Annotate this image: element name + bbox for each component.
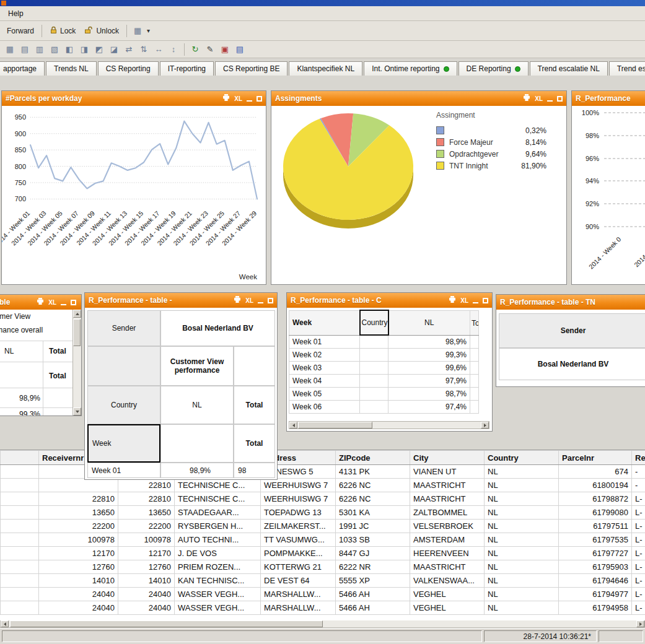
table-cell[interactable]: Week 01 — [289, 335, 360, 348]
table-cell[interactable]: WEERHUISWG 7 — [261, 492, 336, 506]
window-caption[interactable]: Assingments XL — [271, 91, 566, 106]
tab-cs-reporting[interactable]: CS Reporting — [98, 61, 159, 76]
table-cell[interactable]: Week 03 — [289, 361, 360, 374]
table-cell[interactable]: NL — [485, 520, 559, 533]
table-cell[interactable]: Week 02 — [289, 348, 360, 361]
table-cell[interactable]: TT VASUMWG... — [261, 533, 336, 547]
table-cell[interactable]: KOTTERWG 21 — [261, 560, 336, 574]
table-cell[interactable]: L- — [632, 547, 645, 560]
table-cell[interactable]: Week 06 — [289, 400, 360, 413]
table-cell[interactable]: NL — [485, 601, 559, 615]
objects-icon[interactable]: ▣ — [217, 43, 232, 56]
column-header[interactable]: ZIPcode — [336, 451, 410, 465]
tab-trend-escalatie[interactable]: Trend escalatie — [609, 61, 645, 76]
table-cell[interactable] — [360, 335, 388, 348]
table-cell[interactable]: STAADEGAAR... — [175, 506, 261, 520]
pivot-column-total[interactable]: Total — [234, 386, 275, 424]
table-cell[interactable]: 8447 GJ — [336, 547, 410, 560]
window-caption[interactable]: R_Performance - table - XL — [85, 293, 277, 308]
pane-top-icon[interactable]: ◩ — [92, 43, 107, 56]
table-cell[interactable]: MARSHALLW... — [261, 588, 336, 601]
table-cell[interactable]: 12170 — [39, 547, 118, 560]
table-cell[interactable]: PRIEM ROZEN... — [175, 560, 261, 574]
column-header[interactable]: Country — [485, 451, 559, 465]
table-cell[interactable]: 22810 — [118, 492, 175, 506]
table-cell[interactable]: 674 — [559, 465, 632, 479]
table-cell[interactable]: MAASTRICHT — [410, 492, 485, 506]
table-cell[interactable]: 97,9% — [388, 374, 470, 387]
table-cell[interactable]: - — [632, 479, 645, 492]
tab-trend-escalatie-nl[interactable]: Trend escalatie NL — [530, 61, 608, 76]
pivot-cell[interactable]: Total — [49, 347, 66, 355]
table-cell[interactable] — [470, 348, 479, 361]
pane-left-icon[interactable]: ◧ — [62, 43, 77, 56]
table-cell[interactable]: 12760 — [39, 560, 118, 574]
table-cell[interactable]: ZEILMAKERST... — [261, 520, 336, 533]
pivot-cell[interactable]: NL — [4, 347, 14, 355]
edit-icon[interactable]: ✎ — [203, 43, 217, 56]
column-header[interactable]: Week — [289, 310, 360, 335]
table-cell[interactable]: 14010 — [39, 574, 118, 588]
horizontal-scrollbar[interactable] — [289, 421, 489, 429]
tab-it-reporting[interactable]: IT-reporting — [160, 61, 214, 76]
table-cell[interactable]: Week 05 — [289, 387, 360, 400]
rows-icon[interactable]: ▧ — [47, 43, 62, 56]
table-cell[interactable]: - — [632, 465, 645, 479]
table-cell[interactable]: NL — [485, 533, 559, 547]
table-cell[interactable] — [1, 506, 39, 520]
table-cell[interactable]: 14010 — [118, 574, 175, 588]
legend-item[interactable]: Force Majeur 8,14% — [431, 136, 553, 148]
pivot-value-nl[interactable]: 98,9% — [160, 463, 234, 478]
horizontal-scrollbar[interactable] — [0, 620, 645, 628]
print-icon[interactable] — [37, 298, 44, 307]
column-header[interactable]: City — [410, 451, 485, 465]
table-cell[interactable]: 5466 AH — [336, 588, 410, 601]
table-cell[interactable]: VEGHEL — [410, 588, 485, 601]
table-cell[interactable]: 61795903 — [559, 560, 632, 574]
table-cell[interactable]: NL — [485, 588, 559, 601]
table-cell[interactable]: TOEPADWG 13 — [261, 506, 336, 520]
table-cell[interactable]: 61797727 — [559, 547, 632, 560]
chevron-down-icon[interactable]: ▾ — [145, 27, 152, 34]
table-cell[interactable]: L- — [632, 588, 645, 601]
table-cell[interactable]: L- — [632, 506, 645, 520]
table-cell[interactable] — [470, 400, 479, 413]
maximize-icon[interactable] — [71, 300, 76, 305]
lock-button[interactable]: Lock — [45, 24, 80, 38]
table-cell[interactable] — [1, 479, 39, 492]
table-row[interactable]: 1217012170J. DE VOSPOMPMAKKE...8447 GJHE… — [1, 547, 645, 560]
legend-item[interactable]: Opdrachtgever 9,64% — [431, 148, 553, 160]
table-cell[interactable]: 100978 — [39, 533, 118, 547]
r-performance-chart[interactable]: 100%98%96%94%92%90%2014 - Week 02014 - — [572, 106, 645, 284]
tab-apportage[interactable]: apportage — [0, 61, 45, 76]
pivot-dimension-country[interactable]: Country — [87, 386, 160, 424]
excel-export-icon[interactable]: XL — [245, 297, 253, 304]
table-cell[interactable]: 4131 PK — [336, 465, 410, 479]
reload-icon[interactable]: ↻ — [188, 43, 203, 56]
pane-bottom-icon[interactable]: ◪ — [107, 43, 121, 56]
table-cell[interactable]: 12760 — [118, 560, 175, 574]
table-cell[interactable]: 61800194 — [559, 479, 632, 492]
swap-vertical-icon[interactable]: ⇅ — [136, 43, 151, 56]
window-caption[interactable]: R_Performance - table - TN XL — [496, 295, 645, 310]
table-cell[interactable]: L- — [632, 574, 645, 588]
scrollbar-track[interactable] — [297, 422, 481, 429]
pivot-dimension-sender[interactable]: Sender — [499, 313, 645, 348]
table-cell[interactable]: 61794977 — [559, 588, 632, 601]
tab-de-reporting[interactable]: DE Reporting — [459, 61, 529, 76]
pivot-dimension-sender[interactable]: Sender — [87, 310, 160, 346]
layout-icon[interactable]: ▤ — [17, 43, 32, 56]
table-cell[interactable]: MAASTRICHT — [410, 560, 485, 574]
table-cell[interactable] — [1, 574, 39, 588]
table-cell[interactable]: L- — [632, 601, 645, 615]
window-titlebar[interactable] — [0, 0, 645, 6]
table-cell[interactable]: HEERENVEEN — [410, 547, 485, 560]
print-icon[interactable] — [449, 296, 456, 305]
print-icon[interactable] — [234, 296, 241, 305]
table-row[interactable]: 2220022200RYSBERGEN H...ZEILMAKERST...19… — [1, 520, 645, 533]
table-cell[interactable]: VEGHEL — [410, 601, 485, 615]
table-row[interactable]: Week 0497,9% — [289, 374, 479, 387]
table-cell[interactable] — [1, 560, 39, 574]
column-header[interactable] — [1, 451, 39, 465]
table-cell[interactable]: 24040 — [39, 588, 118, 601]
